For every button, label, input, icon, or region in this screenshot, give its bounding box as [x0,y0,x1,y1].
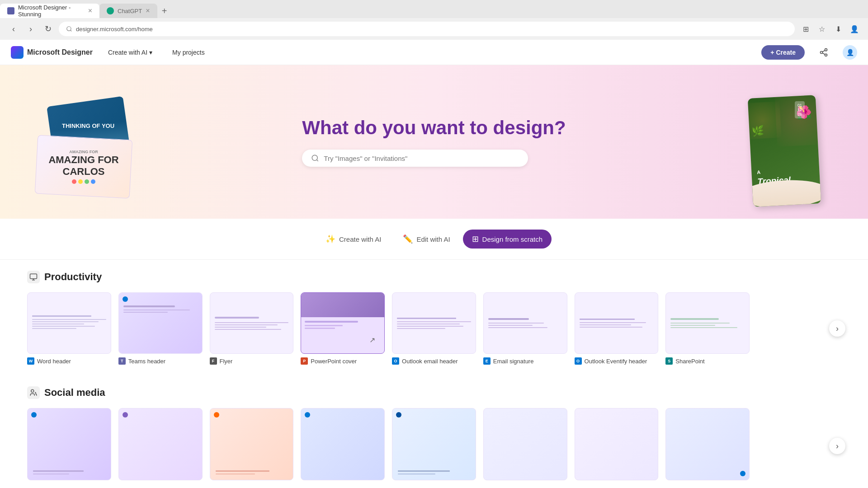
svg-point-7 [312,155,318,160]
svg-point-0 [67,27,71,31]
email-sig-card[interactable]: E Email signature [483,292,567,365]
outlook-eventify-text: Outlook Eventify header [585,358,647,365]
hero-right-decoration: 011226 A TropicalWedding 🌺 🌿 [732,92,832,219]
tab-chatgpt[interactable]: ChatGPT × [99,4,157,18]
hero-content: What do you want to design? [302,117,566,167]
create-with-ai-tab[interactable]: ✨ Create with AI [316,230,390,249]
outlook-eventify-icon: O [575,357,582,365]
outlook-email-label: O Outlook email header [392,357,476,365]
create-button[interactable]: + Create [761,45,805,60]
grid-icon: ⊞ [472,234,479,244]
address-input[interactable]: designer.microsoft.com/home [59,22,795,36]
ppt-cover-label: P PowerPoint cover [301,357,385,365]
back-button[interactable]: ‹ [7,23,20,35]
email-icon: E [483,357,491,365]
ppt-cover-preview: ↗ [301,292,385,354]
flyer-text: Flyer [220,358,233,365]
sharepoint-label: S SharePoint [665,357,750,365]
tab-designer[interactable]: Microsoft Designer - Stunning × [0,4,99,18]
address-bar: ‹ › ↻ designer.microsoft.com/home ⊞ ☆ ⬇ … [0,18,868,40]
social-media-section: Social media [0,375,868,488]
hero-banner: THINKING OF YOU AMAZING FOR AMAZING FOR … [0,65,868,219]
hero-search-bar[interactable] [302,150,528,167]
social-card-5[interactable] [392,408,476,484]
outlook-eventify-label: O Outlook Eventify header [575,357,659,365]
word-header-card[interactable]: W Word header [27,292,111,365]
outlook-email-preview [392,292,476,354]
edit-ai-label: Edit with AI [416,235,450,243]
outlook-eventify-card[interactable]: O Outlook Eventify header [575,292,659,365]
designer-favicon [7,7,14,14]
word-icon: W [27,357,34,365]
productivity-header: Productivity [27,271,841,283]
design-from-scratch-tab[interactable]: ⊞ Design from scratch [463,230,552,249]
svg-line-8 [317,160,318,161]
tab-chatgpt-close[interactable]: × [146,7,150,15]
svg-rect-9 [30,274,37,279]
forward-button[interactable]: › [24,23,37,35]
word-header-text: Word header [37,358,71,365]
edit-icon: ✏️ [403,234,413,244]
ppt-cover-text: PowerPoint cover [311,358,357,365]
social-card-2[interactable] [118,408,203,484]
social-card-4[interactable] [301,408,385,484]
teams-header-card[interactable]: T Teams header [118,292,203,365]
edit-with-ai-tab[interactable]: ✏️ Edit with AI [394,230,459,249]
flyer-card[interactable]: F Flyer [210,292,294,365]
social-media-cards-container: › [27,408,841,484]
new-tab-button[interactable]: + [157,4,172,18]
productivity-cards-container: W Word header [27,292,841,365]
bookmark-icon[interactable]: ☆ [816,23,828,35]
social-scroll-right[interactable]: › [829,438,845,454]
outlook-email-card[interactable]: O Outlook email header [392,292,476,365]
teams-header-text: Teams header [128,358,165,365]
social-media-header: Social media [27,386,841,399]
social-card-6[interactable] [483,408,567,484]
refresh-button[interactable]: ↻ [42,23,54,35]
hero-search-input[interactable] [324,155,519,162]
profile-icon[interactable]: 👤 [848,23,861,35]
flyer-label: F Flyer [210,357,294,365]
ppt-icon: P [301,357,308,365]
design-scratch-label: Design from scratch [482,235,542,243]
sharepoint-icon: S [665,357,673,365]
browser-chrome: Microsoft Designer - Stunning × ChatGPT … [0,0,868,40]
sharepoint-text: SharePoint [675,358,704,365]
address-text: designer.microsoft.com/home [76,26,153,33]
productivity-icon [27,271,40,283]
social-card-3[interactable] [210,408,294,484]
flyer-preview [210,292,294,354]
tab-designer-close[interactable]: × [88,7,92,15]
email-sig-preview [483,292,567,354]
svg-line-6 [822,50,825,52]
tab-bar: Microsoft Designer - Stunning × ChatGPT … [0,0,868,18]
tab-designer-title: Microsoft Designer - Stunning [18,4,85,18]
outlook-email-text: Outlook email header [402,358,458,365]
download-icon[interactable]: ⬇ [832,23,844,35]
user-avatar[interactable]: 👤 [843,45,857,60]
browser-icons: ⊞ ☆ ⬇ 👤 [799,23,861,35]
create-with-ai-nav[interactable]: Create with AI ▾ [104,46,157,59]
social-card-1[interactable] [27,408,111,484]
productivity-cards-row: W Word header [27,292,841,365]
teams-header-label: T Teams header [118,357,203,365]
ppt-cover-card[interactable]: ↗ P PowerPoint cover [301,292,385,365]
social-card-7[interactable] [575,408,659,484]
social-media-cards-row [27,408,841,484]
productivity-scroll-right[interactable]: › [829,320,845,337]
productivity-section: Productivity [0,260,868,375]
chatgpt-favicon [107,7,114,14]
create-ai-label: Create with AI [339,235,381,243]
sharepoint-card[interactable]: S SharePoint [665,292,750,365]
social-card-8[interactable] [665,408,750,484]
logo-icon [11,46,24,59]
extensions-icon[interactable]: ⊞ [799,23,812,35]
word-header-label: W Word header [27,357,111,365]
hero-card2-text: AMAZING FOR CARLOS [37,154,131,178]
app-logo: Microsoft Designer [11,46,93,59]
svg-point-12 [31,389,34,392]
create-button-label: + Create [770,49,796,56]
share-icon[interactable] [816,44,832,61]
chevron-down-icon: ▾ [149,49,152,56]
my-projects-nav[interactable]: My projects [168,46,209,59]
